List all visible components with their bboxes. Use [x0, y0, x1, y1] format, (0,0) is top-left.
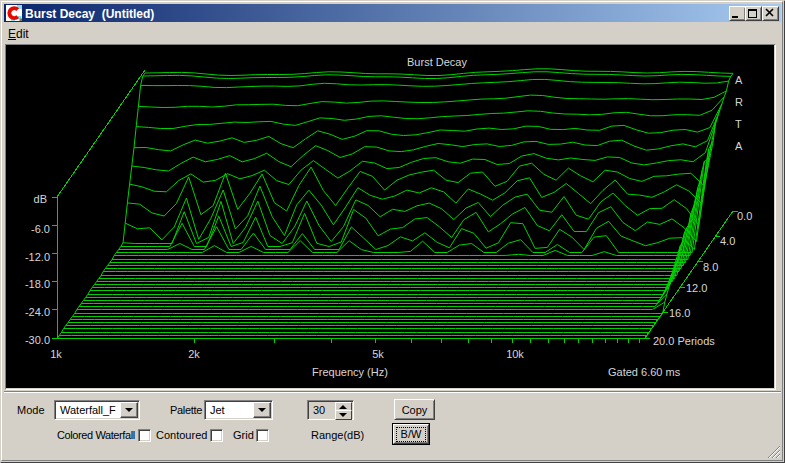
svg-text:Gated 6.60 ms: Gated 6.60 ms: [608, 366, 681, 378]
svg-text:12.0: 12.0: [686, 282, 707, 294]
svg-text:4.0: 4.0: [720, 235, 735, 247]
svg-text:-18.0: -18.0: [25, 278, 50, 290]
svg-text:0.0: 0.0: [737, 210, 752, 222]
svg-text:dB: dB: [34, 193, 47, 205]
svg-text:16.0: 16.0: [669, 307, 690, 319]
svg-text:A: A: [735, 74, 743, 86]
svg-text:20.0 Periods: 20.0 Periods: [653, 335, 715, 347]
svg-text:-6.0: -6.0: [31, 223, 50, 235]
svg-text:5k: 5k: [372, 348, 384, 360]
svg-text:Burst Decay: Burst Decay: [407, 56, 467, 68]
svg-text:8.0: 8.0: [703, 261, 718, 273]
svg-text:-12.0: -12.0: [25, 251, 50, 263]
svg-text:-30.0: -30.0: [25, 334, 50, 346]
svg-text:2k: 2k: [188, 348, 200, 360]
svg-text:R: R: [735, 96, 743, 108]
svg-text:A: A: [735, 140, 743, 152]
svg-text:T: T: [735, 118, 742, 130]
svg-text:Frequency (Hz): Frequency (Hz): [312, 366, 388, 378]
svg-text:10k: 10k: [506, 348, 524, 360]
svg-text:-24.0: -24.0: [25, 306, 50, 318]
svg-text:1k: 1k: [50, 348, 62, 360]
